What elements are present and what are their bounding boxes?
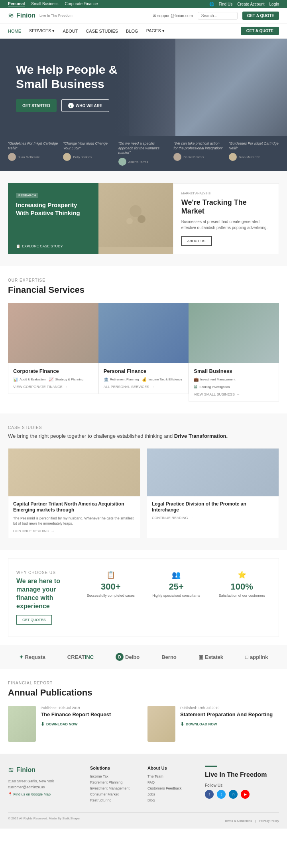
testimonial-5: "Guidelines For Inkjet Cartridge Refill"… xyxy=(229,141,279,166)
testimonial-1: "Guidelines For Inkjet Cartridge Refill"… xyxy=(8,141,58,166)
about-us-button[interactable]: ABOUT US xyxy=(181,236,212,246)
corporate-title: Corporate Finance xyxy=(13,368,93,374)
about-2[interactable]: FAQ xyxy=(147,780,197,784)
twitter-icon[interactable]: t xyxy=(217,790,226,799)
download-1-icon: ⬇ xyxy=(41,721,45,727)
services-grid: Corporate Finance 📊 Audit & Evaluation 📈… xyxy=(8,303,279,402)
segment-corporate[interactable]: Corporate Finance xyxy=(65,2,98,6)
who-we-are-button[interactable]: WHO WE ARE xyxy=(61,99,109,112)
nav-quote-button[interactable]: GET A QUOTE xyxy=(241,27,279,35)
about-3[interactable]: Customers Feedback xyxy=(147,786,197,790)
delbo-icon: D xyxy=(116,653,124,661)
testimonial-3: "Do we need a specific approach for the … xyxy=(118,141,169,166)
avatar-4 xyxy=(173,153,181,161)
login-link[interactable]: Login xyxy=(269,2,279,6)
about-5[interactable]: Blog xyxy=(147,798,197,802)
testimonial-3-author: Alberta Torres xyxy=(118,158,169,166)
footer-freedom: Live In The Freedom Follow Us: f t in ▶ xyxy=(205,766,279,804)
footer-address: 2168 Street Garlis, New York customer@ad… xyxy=(8,778,82,797)
research-tag: RESEARCH xyxy=(16,193,38,198)
explore-case-link[interactable]: 📋 EXPLORE CASE STUDY xyxy=(16,244,63,248)
footer-about: About Us The Team FAQ Customers Feedback… xyxy=(147,766,197,804)
pub-card-1: Published: 19th Jul 2019 The Finance Rep… xyxy=(8,706,140,742)
pub-2-title: Statement Preparation And Reporting xyxy=(180,711,273,718)
solution-2[interactable]: Retirement Planning xyxy=(90,780,140,784)
publications-section: FINANCIAL REPORT Annual Publications Pub… xyxy=(0,669,287,754)
hero-title: We Help People & Small Business xyxy=(16,63,136,91)
facebook-icon[interactable]: f xyxy=(205,790,214,799)
follow-label: Follow Us: xyxy=(205,783,279,788)
solution-5[interactable]: Restructuring xyxy=(90,798,140,802)
small-business-title: Small Business xyxy=(194,368,274,374)
segment-personal[interactable]: Personal xyxy=(8,2,25,6)
case-2-link[interactable]: CONTINUE READING → xyxy=(152,516,274,520)
linkedin-icon[interactable]: in xyxy=(229,790,238,799)
segment-small-business[interactable]: Small Business xyxy=(31,2,58,6)
market-section: RESEARCH Increasing Prosperity With Posi… xyxy=(0,171,287,266)
footer-bottom: © 2022 All Rights Reserved. Made By Stat… xyxy=(8,812,279,823)
partner-creatinc: CREATINC xyxy=(67,654,94,660)
header-right: ✉ support@finion.com GET A QUOTE xyxy=(153,12,279,20)
logo[interactable]: ≋ Finion Live In The Freedom xyxy=(8,11,73,20)
about-heading: About Us xyxy=(147,766,197,770)
privacy-link[interactable]: Privacy Policy xyxy=(259,819,279,823)
corporate-link[interactable]: VIEW CORPORATE FINANCE → xyxy=(13,385,93,389)
personal-link[interactable]: ALL PERSONAL SERVICES → xyxy=(104,385,184,389)
publications-title: Annual Publications xyxy=(8,688,279,698)
solution-4[interactable]: Consumer Market xyxy=(90,792,140,796)
nav-home[interactable]: HOME xyxy=(8,29,21,33)
about-1[interactable]: The Team xyxy=(147,774,197,778)
market-card-research: RESEARCH Increasing Prosperity With Posi… xyxy=(8,183,98,254)
market-card-image xyxy=(98,183,173,254)
logo-icon: ≋ xyxy=(8,11,14,20)
about-4[interactable]: Jobs xyxy=(147,792,197,796)
small-business-link[interactable]: VIEW SMALL BUSINESS → xyxy=(194,392,274,396)
nav-about[interactable]: ABOUT xyxy=(63,29,78,33)
expertise-tag: OUR EXPERTISE xyxy=(8,278,279,282)
cases-grid: Capital Partner Trilant North America Ac… xyxy=(8,448,279,538)
case-studies-tag: CASE STUDIES xyxy=(8,425,279,430)
header-quote-button[interactable]: GET A QUOTE xyxy=(242,12,279,20)
case-1-link[interactable]: CONTINUE READING → xyxy=(13,529,135,533)
testimonials-bar: "Guidelines For Inkjet Cartridge Refill"… xyxy=(0,136,287,171)
avatar-3 xyxy=(118,158,126,166)
get-started-button[interactable]: GET STARTED xyxy=(16,99,57,112)
testimonial-4-author: Daniel Powers xyxy=(173,153,224,161)
strategy-icon: 📈 xyxy=(49,377,53,382)
testimonial-1-quote: "Guidelines For Inkjet Cartridge Refill" xyxy=(8,141,58,151)
footer-divider xyxy=(205,766,217,767)
pub-1-date: Published: 19th Jul 2019 xyxy=(41,706,111,710)
testimonial-3-quote: "Do we need a specific approach for the … xyxy=(118,141,169,155)
pub-2-cover xyxy=(147,706,175,742)
market-image-placeholder xyxy=(98,183,173,247)
analysis-text: Businesses at present had create generat… xyxy=(181,219,271,231)
pub-2-download[interactable]: ⬇ DOWNLOAD NOW xyxy=(180,721,273,727)
map-link[interactable]: Find us on Google Map xyxy=(14,792,51,796)
nav-case-studies[interactable]: CASE STUDIES xyxy=(86,29,118,33)
author-2-name: Polly Jenkins xyxy=(73,155,92,159)
why-highlight: experience xyxy=(16,603,50,609)
search-input[interactable] xyxy=(198,12,238,20)
testimonial-1-author: Juan McKenzie xyxy=(8,153,58,161)
testimonial-5-author: Juan McKenzie xyxy=(229,153,279,161)
analysis-tag: MARKET ANALYSIS xyxy=(181,192,271,195)
nav-blog[interactable]: BLOG xyxy=(126,29,138,33)
find-us-link[interactable]: Find Us xyxy=(219,2,232,6)
nav-services[interactable]: SERVICES ▾ xyxy=(29,28,55,33)
solution-1[interactable]: Income Tax xyxy=(90,774,140,778)
nav-pages[interactable]: PAGES ▾ xyxy=(146,28,165,33)
create-account-link[interactable]: Create Account xyxy=(237,2,264,6)
terms-link[interactable]: Terms & Conditions xyxy=(224,819,252,823)
case-2-title: Legal Practice Division of the Promote a… xyxy=(152,501,274,513)
personal-content: Personal Finance 🏦 Retirement Planning 💰… xyxy=(98,363,189,394)
why-grid: WHY CHOOSE US We are here to manage your… xyxy=(16,570,271,625)
stat-3-icon: ⭐ xyxy=(213,570,271,579)
get-quotes-button[interactable]: GET QUOTES xyxy=(16,615,52,625)
hero-content: We Help People & Small Business GET STAR… xyxy=(16,63,271,112)
pub-1-download[interactable]: ⬇ DOWNLOAD NOW xyxy=(41,721,111,727)
solution-3[interactable]: Investment Management xyxy=(90,786,140,790)
personal-features: 🏦 Retirement Planning 💰 Income Tax & Eff… xyxy=(104,377,184,382)
play-icon xyxy=(68,103,74,108)
corporate-features: 📊 Audit & Evaluation 📈 Strategy & Planni… xyxy=(13,377,93,382)
youtube-icon[interactable]: ▶ xyxy=(241,790,250,799)
